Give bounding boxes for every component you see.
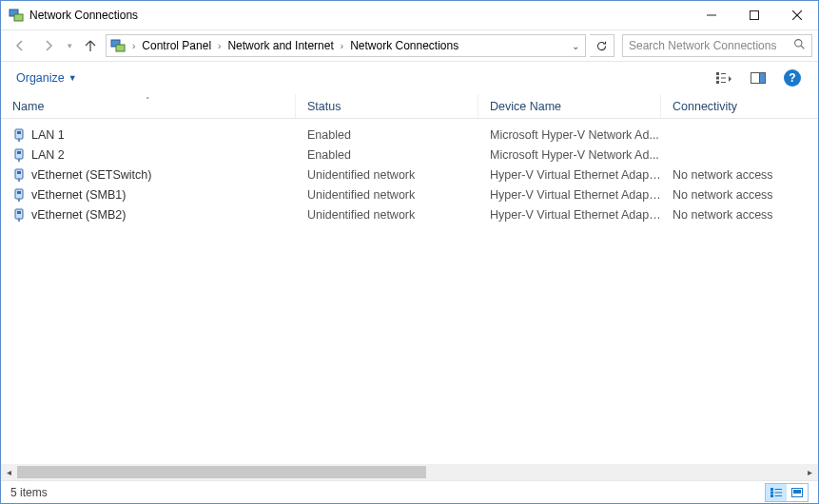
- breadcrumb-seg-control-panel[interactable]: Control Panel: [138, 35, 215, 56]
- breadcrumb-caret[interactable]: ›: [129, 41, 138, 51]
- titlebar: Network Connections: [1, 1, 818, 29]
- back-button[interactable]: [7, 33, 33, 58]
- connection-name: LAN 2: [31, 148, 65, 162]
- connection-name: vEthernet (SMB2): [31, 208, 126, 222]
- connection-row[interactable]: vEthernet (SMB1)Unidentified networkHype…: [1, 184, 818, 204]
- svg-rect-17: [760, 73, 766, 84]
- network-adapter-icon: [12, 208, 26, 222]
- preview-pane-button[interactable]: [742, 66, 774, 90]
- sort-indicator: ˄: [146, 96, 150, 106]
- minimize-button[interactable]: [690, 1, 732, 29]
- svg-rect-22: [17, 151, 21, 154]
- connection-device: Microsoft Hyper-V Network Ad...: [478, 128, 661, 142]
- connection-status: Enabled: [296, 148, 478, 162]
- connection-connectivity: No network access: [661, 188, 818, 202]
- connection-device: Hyper-V Virtual Ethernet Adapte...: [478, 208, 661, 222]
- connection-list: LAN 1EnabledMicrosoft Hyper-V Network Ad…: [1, 119, 818, 464]
- history-dropdown[interactable]: ▾: [64, 41, 75, 50]
- network-adapter-icon: [12, 128, 26, 142]
- search-input[interactable]: Search Network Connections: [622, 34, 812, 57]
- connection-device: Microsoft Hyper-V Network Ad...: [478, 148, 661, 162]
- svg-rect-19: [17, 131, 21, 134]
- maximize-button[interactable]: [732, 1, 775, 29]
- connection-status: Enabled: [296, 128, 478, 142]
- view-options-button[interactable]: [708, 66, 740, 90]
- connection-connectivity: No network access: [661, 208, 818, 222]
- status-text: 5 items: [10, 486, 48, 499]
- connection-row[interactable]: LAN 1EnabledMicrosoft Hyper-V Network Ad…: [1, 125, 818, 145]
- scroll-left-button[interactable]: ◂: [1, 464, 17, 480]
- scroll-track[interactable]: [17, 464, 802, 480]
- organize-button[interactable]: Organize ▼: [10, 68, 83, 88]
- svg-rect-11: [716, 77, 719, 80]
- address-bar: ▾ › Control Panel › Network and Internet…: [1, 29, 818, 62]
- scroll-thumb[interactable]: [17, 466, 426, 478]
- breadcrumb-seg-network-connections[interactable]: Network Connections: [346, 35, 462, 56]
- column-headers: Name ˄ Status Device Name Connectivity: [1, 94, 818, 119]
- network-adapter-icon: [12, 168, 26, 182]
- svg-rect-35: [770, 494, 773, 497]
- horizontal-scrollbar[interactable]: ◂ ▸: [1, 464, 818, 480]
- svg-rect-3: [750, 11, 758, 20]
- breadcrumb-seg-network-internet[interactable]: Network and Internet: [224, 35, 337, 56]
- breadcrumb[interactable]: › Control Panel › Network and Internet ›…: [106, 34, 586, 57]
- connection-name: vEthernet (SETSwitch): [31, 168, 151, 182]
- scroll-right-button[interactable]: ▸: [802, 464, 818, 480]
- svg-rect-1: [14, 14, 23, 21]
- breadcrumb-dropdown[interactable]: ⌄: [566, 41, 585, 51]
- organize-label: Organize: [16, 71, 65, 85]
- connection-status: Unidentified network: [296, 188, 478, 202]
- svg-rect-40: [793, 490, 801, 494]
- chevron-down-icon: ▼: [68, 73, 77, 83]
- svg-rect-12: [716, 81, 719, 84]
- column-header-device[interactable]: Device Name: [478, 94, 661, 118]
- svg-rect-7: [116, 45, 125, 51]
- connection-connectivity: No network access: [661, 168, 818, 182]
- svg-rect-33: [770, 488, 773, 491]
- connection-device: Hyper-V Virtual Ethernet Adapter: [478, 168, 661, 182]
- svg-rect-10: [716, 72, 719, 75]
- connection-row[interactable]: vEthernet (SMB2)Unidentified networkHype…: [1, 204, 818, 224]
- svg-line-9: [801, 46, 804, 48]
- connection-name: vEthernet (SMB1): [31, 188, 126, 202]
- connection-device: Hyper-V Virtual Ethernet Adapte...: [478, 188, 661, 202]
- svg-rect-25: [17, 171, 21, 174]
- refresh-button[interactable]: [590, 34, 614, 57]
- app-icon: [9, 8, 24, 23]
- toolbar: Organize ▼ ?: [1, 62, 818, 94]
- breadcrumb-caret[interactable]: ›: [215, 41, 224, 51]
- help-icon: ?: [784, 69, 801, 87]
- location-icon: [110, 38, 126, 53]
- column-header-status[interactable]: Status: [296, 94, 478, 118]
- network-adapter-icon: [12, 148, 26, 162]
- window-title: Network Connections: [29, 9, 138, 22]
- search-icon: [793, 38, 806, 53]
- status-bar: 5 items: [1, 480, 818, 503]
- large-icons-view-button[interactable]: [787, 484, 808, 501]
- details-view-button[interactable]: [766, 484, 787, 501]
- column-header-connectivity[interactable]: Connectivity: [661, 94, 818, 118]
- connection-row[interactable]: LAN 2EnabledMicrosoft Hyper-V Network Ad…: [1, 145, 818, 165]
- svg-rect-34: [770, 491, 773, 494]
- forward-button[interactable]: [35, 33, 62, 58]
- close-button[interactable]: [775, 1, 818, 29]
- connection-status: Unidentified network: [296, 168, 478, 182]
- network-adapter-icon: [12, 188, 26, 202]
- svg-point-8: [795, 40, 802, 47]
- view-mode-switcher: [765, 483, 809, 502]
- breadcrumb-caret[interactable]: ›: [338, 41, 346, 51]
- connection-status: Unidentified network: [296, 208, 478, 222]
- svg-rect-31: [17, 211, 21, 214]
- connection-name: LAN 1: [31, 128, 65, 142]
- connection-row[interactable]: vEthernet (SETSwitch)Unidentified networ…: [1, 165, 818, 184]
- help-button[interactable]: ?: [776, 66, 809, 90]
- up-button[interactable]: [77, 33, 104, 58]
- search-placeholder: Search Network Connections: [629, 39, 793, 52]
- svg-rect-28: [17, 191, 21, 194]
